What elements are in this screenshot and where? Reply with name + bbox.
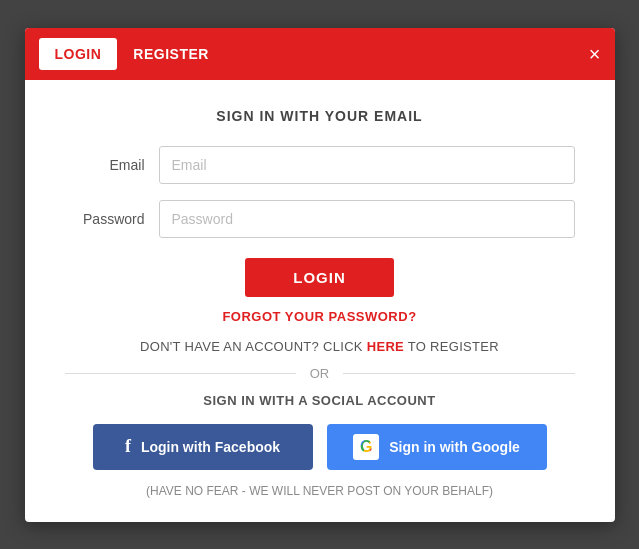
close-button[interactable]: ×: [589, 44, 601, 64]
email-input[interactable]: [159, 146, 575, 184]
login-button-wrap: LOGIN: [65, 258, 575, 297]
password-input[interactable]: [159, 200, 575, 238]
register-tab[interactable]: REGISTER: [117, 38, 225, 70]
register-here-link[interactable]: HERE: [367, 339, 404, 354]
or-text: OR: [310, 366, 330, 381]
google-btn-label: Sign in with Google: [389, 439, 520, 455]
login-button[interactable]: LOGIN: [245, 258, 394, 297]
password-row: Password: [65, 200, 575, 238]
google-login-button[interactable]: G Sign in with Google: [327, 424, 547, 470]
modal-header: LOGIN REGISTER ×: [25, 28, 615, 80]
login-modal: LOGIN REGISTER × SIGN IN WITH YOUR EMAIL…: [25, 28, 615, 522]
forgot-password-link[interactable]: FORGOT YOUR PASSWORD?: [65, 307, 575, 325]
password-label: Password: [65, 211, 145, 227]
or-divider: OR: [65, 366, 575, 381]
no-post-note: (HAVE NO FEAR - WE WILL NEVER POST ON YO…: [65, 484, 575, 498]
no-account-pre: DON'T HAVE AN ACCOUNT? CLICK: [140, 339, 367, 354]
social-title: SIGN IN WITH A SOCIAL ACCOUNT: [65, 393, 575, 408]
facebook-icon: f: [125, 436, 131, 457]
modal-title: SIGN IN WITH YOUR EMAIL: [65, 108, 575, 124]
login-tab[interactable]: LOGIN: [39, 38, 118, 70]
google-icon: G: [360, 438, 372, 456]
modal-body: SIGN IN WITH YOUR EMAIL Email Password L…: [25, 80, 615, 522]
email-row: Email: [65, 146, 575, 184]
no-account-post: TO REGISTER: [404, 339, 499, 354]
register-row: DON'T HAVE AN ACCOUNT? CLICK HERE TO REG…: [65, 339, 575, 354]
google-icon-wrap: G: [353, 434, 379, 460]
facebook-btn-label: Login with Facebook: [141, 439, 280, 455]
forgot-password-anchor[interactable]: FORGOT YOUR PASSWORD?: [222, 309, 416, 324]
facebook-login-button[interactable]: f Login with Facebook: [93, 424, 313, 470]
email-label: Email: [65, 157, 145, 173]
social-buttons: f Login with Facebook G Sign in with Goo…: [65, 424, 575, 470]
